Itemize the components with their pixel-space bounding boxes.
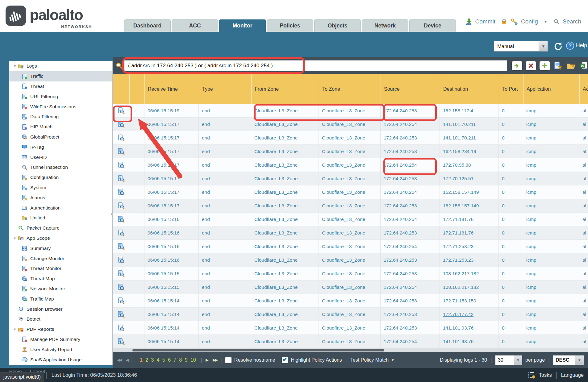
page-number-5[interactable]: 5	[162, 357, 165, 363]
column-header-source[interactable]: Source	[381, 74, 440, 104]
refresh-interval-select[interactable]: Manual	[494, 41, 539, 52]
tab-monitor[interactable]: Monitor	[219, 19, 266, 32]
page-number-4[interactable]: 4	[157, 357, 160, 363]
sidebar-item-globalprotect[interactable]: GlobalProtect	[9, 132, 112, 142]
page-number-2[interactable]: 2	[145, 357, 148, 363]
sidebar-item-logs[interactable]: ▼Logs	[9, 61, 112, 71]
next-page-icon[interactable]: ▶	[206, 358, 208, 362]
filter-query-input[interactable]	[124, 60, 507, 71]
log-detail-icon[interactable]	[117, 189, 125, 196]
log-detail-icon[interactable]	[117, 229, 125, 237]
sidebar-item-wildfire-submissions[interactable]: WildFire Submissions	[9, 102, 112, 112]
tab-device[interactable]: Device	[409, 19, 456, 32]
language-button[interactable]: Language	[561, 372, 584, 378]
commit-button[interactable]: Commit	[475, 18, 495, 25]
column-header-blank-0[interactable]	[113, 74, 129, 104]
sidebar-item-manage-pdf-summary[interactable]: Manage PDF Summary	[9, 334, 112, 345]
apply-filter-icon[interactable]	[512, 61, 522, 70]
sidebar-item-session-browser[interactable]: Session Browser	[9, 304, 112, 314]
sidebar-item-threat-monitor[interactable]: Threat Monitor	[9, 264, 112, 274]
sidebar-item-threat-map[interactable]: Threat Map	[9, 274, 112, 284]
help-label[interactable]: Help	[576, 42, 587, 49]
column-header-blank-1[interactable]	[129, 74, 144, 104]
tab-policies[interactable]: Policies	[267, 19, 313, 32]
page-number-1[interactable]: 1	[140, 357, 143, 363]
sidebar-item-authentication[interactable]: Authentication	[9, 203, 112, 213]
sidebar-item-traffic-map[interactable]: Traffic Map	[9, 294, 112, 304]
sidebar-item-hip-match[interactable]: HIP Match	[9, 122, 112, 132]
column-header-to-zone[interactable]: To Zone	[319, 74, 381, 104]
log-detail-icon[interactable]	[117, 338, 125, 345]
first-page-icon[interactable]: ◀◀	[117, 358, 121, 362]
page-number-8[interactable]: 8	[179, 357, 182, 363]
sidebar-item-unified[interactable]: Unified	[9, 213, 112, 223]
per-page-dropdown-arrow-icon[interactable]: ▼	[514, 355, 522, 365]
column-header-destination[interactable]: Destination	[440, 74, 499, 104]
log-detail-icon[interactable]	[117, 324, 125, 332]
page-number-6[interactable]: 6	[168, 357, 171, 363]
sidebar-item-packet-capture[interactable]: Packet Capture	[9, 223, 112, 233]
tab-acc[interactable]: ACC	[172, 19, 218, 32]
log-detail-icon[interactable]	[117, 202, 125, 210]
add-filter-icon[interactable]	[540, 61, 550, 70]
horizontal-scrollbar-thumb[interactable]	[132, 349, 384, 351]
sidebar-item-alarms[interactable]: Alarms	[9, 193, 112, 203]
resolve-hostname-checkbox[interactable]	[225, 357, 231, 363]
column-header-ac[interactable]: Ac	[579, 74, 588, 104]
log-detail-icon[interactable]	[117, 216, 125, 223]
highlight-policy-actions-checkbox[interactable]	[282, 357, 288, 363]
sidebar-item-pdf-reports[interactable]: ▼PDF Reports	[9, 324, 112, 334]
lock-icon[interactable]	[501, 18, 507, 25]
sidebar-item-user-activity-report[interactable]: User Activity Report	[9, 344, 112, 355]
test-policy-match-button[interactable]: Test Policy Match	[350, 357, 389, 363]
log-detail-icon[interactable]	[117, 311, 125, 318]
tab-network[interactable]: Network	[362, 19, 408, 32]
sidebar-item-network-monitor[interactable]: Network Monitor	[9, 284, 112, 294]
expander-icon[interactable]: ▼	[12, 64, 18, 68]
log-detail-icon[interactable]	[117, 284, 125, 291]
column-header-type[interactable]: Type	[199, 74, 251, 104]
refresh-icon[interactable]	[553, 41, 562, 51]
sort-order-select[interactable]: DESC	[553, 355, 575, 365]
sidebar-item-summary[interactable]: Summary	[9, 243, 112, 253]
sidebar-item-traffic[interactable]: Traffic	[9, 71, 112, 81]
log-detail-icon[interactable]	[117, 243, 125, 250]
sidebar-item-system[interactable]: System	[9, 183, 112, 193]
log-detail-icon[interactable]	[117, 107, 125, 114]
log-detail-icon[interactable]	[117, 270, 125, 277]
sidebar-item-saas-application-usage[interactable]: SaaS Application Usage	[9, 355, 112, 365]
sidebar-item-threat[interactable]: Threat	[9, 81, 112, 92]
sidebar-item-change-monitor[interactable]: Change Monitor	[9, 253, 112, 264]
last-page-icon[interactable]: ▶▶	[213, 358, 217, 362]
expander-icon[interactable]: ▼	[12, 327, 18, 331]
cell-destination[interactable]: 172.70.177.42	[440, 308, 499, 321]
sidebar-item-url-filtering[interactable]: URL Filtering	[9, 91, 112, 102]
sidebar-item-ip-tag[interactable]: IP-Tag	[9, 142, 112, 152]
column-header-application[interactable]: Application	[523, 74, 579, 104]
config-button[interactable]: Config	[521, 18, 538, 25]
per-page-select[interactable]: 30	[495, 355, 514, 365]
log-detail-icon[interactable]	[117, 175, 125, 182]
clear-filter-icon[interactable]	[526, 61, 536, 70]
expander-icon[interactable]: ▼	[12, 236, 18, 240]
page-number-3[interactable]: 3	[151, 357, 154, 363]
prev-page-icon[interactable]: ◀	[126, 358, 128, 362]
sidebar-item-app-scope[interactable]: ▼App Scope	[9, 233, 112, 243]
help-icon[interactable]: ?	[566, 42, 574, 50]
tasks-button[interactable]: Tasks	[539, 372, 552, 378]
sidebar-item-botnet[interactable]: Botnet	[9, 314, 112, 324]
log-detail-icon[interactable]	[117, 256, 125, 264]
column-header-receive-time[interactable]: Receive Time	[144, 74, 199, 104]
tab-dashboard[interactable]: Dashboard	[124, 19, 171, 32]
tab-objects[interactable]: Objects	[314, 19, 361, 32]
export-icon[interactable]	[579, 61, 588, 70]
log-detail-icon[interactable]	[117, 161, 125, 169]
sidebar-item-data-filtering[interactable]: Data Filtering	[9, 112, 112, 122]
save-filter-icon[interactable]	[553, 61, 563, 70]
log-detail-icon[interactable]	[117, 121, 125, 128]
log-detail-icon[interactable]	[117, 134, 125, 142]
sidebar-item-configuration[interactable]: Configuration	[9, 172, 112, 183]
page-number-10[interactable]: 10	[190, 357, 196, 363]
log-detail-icon[interactable]	[117, 148, 125, 155]
page-number-7[interactable]: 7	[173, 357, 176, 363]
